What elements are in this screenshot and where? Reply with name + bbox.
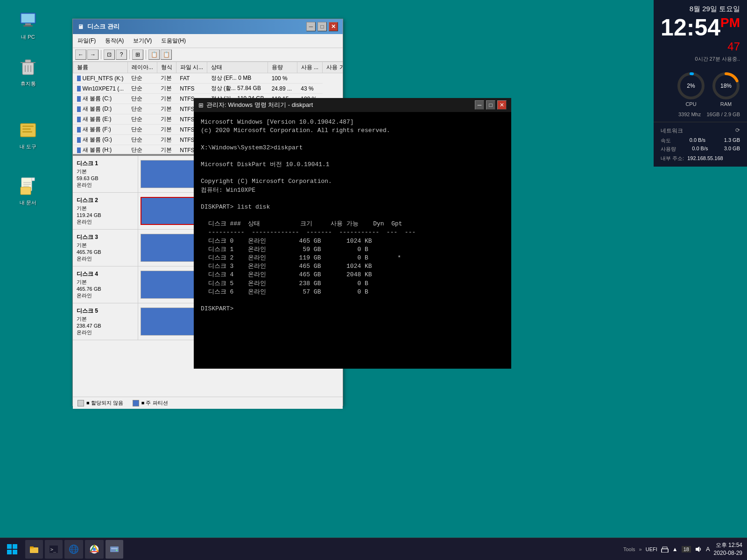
menu-action[interactable]: 동작(A): [100, 35, 128, 46]
disk-info: 디스크 2 기본 119.24 GB 온라인: [73, 193, 138, 229]
clock-date: 8월 29일 토요일: [661, 5, 740, 14]
col-capacity[interactable]: 용량: [268, 62, 297, 73]
col-status[interactable]: 상태: [207, 62, 268, 73]
table-cell: 단순: [127, 104, 157, 114]
col-volume[interactable]: 볼륨: [73, 62, 128, 73]
clock-time-area: 12:54PM: [661, 16, 740, 39]
col-filesystem[interactable]: 파일 시...: [176, 62, 207, 73]
table-cell: 기본: [157, 94, 176, 104]
disk-type: 기본: [77, 315, 134, 322]
disk-size: 238.47 GB: [77, 323, 134, 329]
table-cell: 새 볼륨 (C:): [73, 94, 128, 104]
table-cell: 기본: [157, 114, 176, 125]
taskbar: >_ Tools » UEFI: [0, 538, 747, 560]
menu-help[interactable]: 도움말(H): [156, 35, 190, 46]
desktop-icon-recycle[interactable]: 휴지통: [9, 56, 47, 87]
tools-label: 내 도구: [20, 143, 36, 150]
table-cell: FAT: [176, 73, 207, 84]
disk-status: 온라인: [77, 329, 134, 336]
table-cell: 새 볼륨 (G:): [73, 135, 128, 145]
net-label-0: 속도: [661, 137, 671, 144]
col-free[interactable]: 사용 가능...: [323, 62, 343, 73]
recycle-icon: [17, 56, 39, 78]
svg-rect-6: [25, 60, 31, 63]
col-layout[interactable]: 레이아...: [127, 62, 157, 73]
toolbar-btn-5[interactable]: 📋: [161, 49, 172, 60]
menu-file[interactable]: 파일(F): [73, 35, 100, 46]
table-cell: 새 볼륨 (F:): [73, 125, 128, 135]
toolbar-btn-2[interactable]: ?: [116, 49, 127, 60]
svg-rect-45: [662, 549, 668, 553]
docs-icon: [17, 175, 39, 197]
disk-mgmt-menu: 파일(F) 동작(A) 보기(V) 도움말(H): [73, 34, 343, 48]
net-val-1a: 0.0 B/s: [692, 146, 708, 153]
taskbar-ie[interactable]: [64, 540, 83, 559]
legend-bar: ■ 할당되지 않음 ■ 주 파티션: [73, 397, 343, 409]
legend-primary-label: ■ 주 파티션: [141, 399, 168, 406]
menu-view[interactable]: 보기(V): [128, 35, 156, 46]
cmd-scroll-area[interactable]: Microsoft Windows [Version 10.0.19042.48…: [194, 112, 511, 366]
forward-button[interactable]: →: [87, 49, 99, 60]
table-cell: NTFS: [176, 84, 207, 94]
desktop-icon-tools[interactable]: 내 도구: [9, 119, 47, 150]
table-cell: 단순: [127, 145, 157, 155]
cmd-window: ⊞ 관리자: Windows 명령 처리기 - diskpart ─ □ ✕ M…: [194, 98, 511, 369]
ram-label: RAM: [720, 101, 732, 107]
my-pc-icon: [17, 9, 39, 32]
table-row[interactable]: UEFI_NTFS (K:)단순기본FAT정상 (EF... 0 MB100 %: [73, 73, 343, 84]
disk-status: 온라인: [77, 218, 134, 225]
maximize-button[interactable]: □: [317, 22, 327, 31]
taskbar-cmd[interactable]: >_: [45, 540, 63, 559]
tray-letter-a: A: [706, 546, 710, 553]
cmd-titlebar[interactable]: ⊞ 관리자: Windows 명령 처리기 - diskpart ─ □ ✕: [194, 98, 511, 112]
cmd-title: 관리자: Windows 명령 처리기 - diskpart: [206, 101, 313, 109]
table-cell: 새 볼륨 (D:): [73, 104, 128, 114]
cmd-close[interactable]: ✕: [497, 100, 507, 110]
net-row-1: 사용량 0.0 B/s 3.0 GB: [661, 146, 740, 153]
clock-area: 8월 29일 토요일 12:54PM 47 0시간 27분 사용중..: [654, 0, 747, 67]
col-type[interactable]: 형식: [157, 62, 176, 73]
table-row[interactable]: Win10XPE71 (...단순기본NTFS정상 (활... 57.84 GB…: [73, 84, 343, 94]
desktop-icon-docs[interactable]: 내 문서: [9, 175, 47, 206]
tray-caret-icon[interactable]: ▲: [672, 546, 678, 553]
toolbar-btn-3[interactable]: ⊞: [132, 49, 143, 60]
taskbar-chrome[interactable]: [85, 540, 104, 559]
net-row-0: 속도 0.0 B/s 1.3 GB: [661, 137, 740, 144]
network-tray-icon: [661, 546, 669, 553]
table-cell: 새 볼륨 (E:): [73, 114, 128, 125]
network-section: 네트워크 ⟳ 속도 0.0 B/s 1.3 GB 사용량 0.0 B/s 3.0…: [654, 122, 747, 167]
legend-unallocated-box: [78, 400, 84, 406]
disk-mgmt-titlebar[interactable]: 🖥 디스크 관리 ─ □ ✕: [73, 19, 343, 34]
table-cell: [297, 73, 322, 84]
close-button[interactable]: ✕: [329, 22, 338, 31]
desktop-icon-my-pc[interactable]: 내 PC: [9, 9, 47, 40]
disk-status: 온라인: [77, 182, 134, 189]
disk-info: 디스크 3 기본 465.76 GB 온라인: [73, 230, 138, 266]
taskbar-file-mgr[interactable]: [25, 540, 43, 559]
table-cell: 단순: [127, 135, 157, 145]
speaker-icon: [695, 546, 702, 553]
cmd-minimize[interactable]: ─: [475, 100, 484, 110]
start-button[interactable]: [0, 538, 24, 560]
disk-status: 온라인: [77, 292, 134, 299]
col-used[interactable]: 사용 ...: [297, 62, 322, 73]
taskbar-disk-mgmt[interactable]: [106, 540, 123, 559]
system-panel: 8월 29일 토요일 12:54PM 47 0시간 27분 사용중.. 2% C…: [654, 0, 747, 167]
disk-size: 59.63 GB: [77, 175, 134, 181]
cmd-content: Microsoft Windows [Version 10.0.19042.48…: [196, 114, 509, 317]
my-pc-label: 내 PC: [21, 34, 35, 40]
clock-uptime: 0시간 27분 사용중..: [661, 56, 740, 63]
toolbar-btn-4[interactable]: 📋: [148, 49, 160, 60]
toolbar-btn-1[interactable]: ⊡: [104, 49, 115, 60]
svg-rect-43: [111, 548, 118, 549]
cmd-maximize[interactable]: □: [486, 100, 495, 110]
back-button[interactable]: ←: [75, 49, 86, 60]
svg-rect-29: [7, 550, 12, 554]
svg-rect-13: [22, 131, 32, 133]
tray-clock[interactable]: 오후 12:54 2020-08-29: [714, 541, 742, 557]
svg-rect-11: [22, 126, 34, 127]
tray-18-badge: 18: [682, 546, 691, 553]
minimize-button[interactable]: ─: [306, 22, 316, 31]
cmd-icon: ⊞: [198, 102, 204, 109]
net-ip-label: 내부 주소:: [661, 155, 684, 161]
